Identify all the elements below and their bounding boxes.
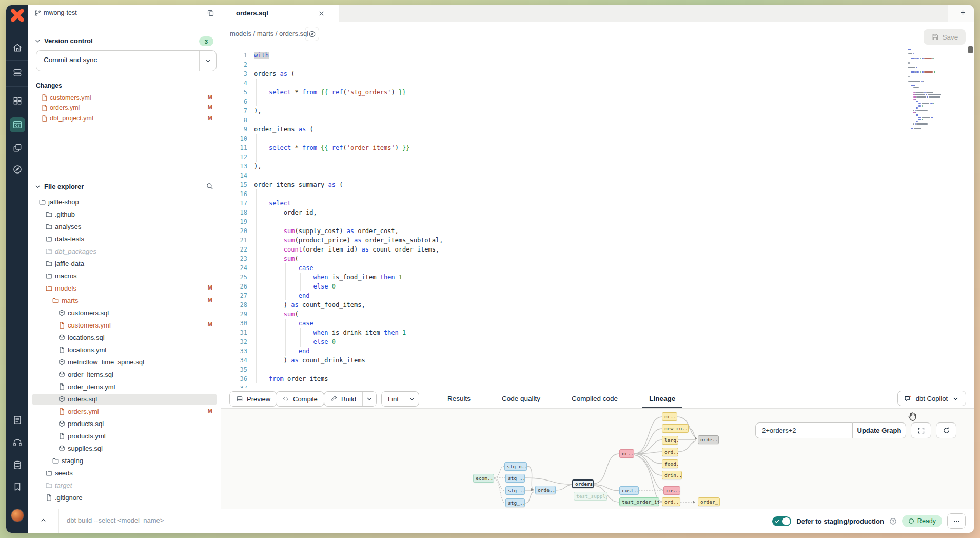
- file-tree-item-jaffle-data[interactable]: jaffle-data: [28, 258, 221, 271]
- code-line-3[interactable]: 3orders as (: [221, 69, 974, 79]
- code-line-2[interactable]: 2: [221, 60, 974, 69]
- file-tree-item--github[interactable]: .github: [28, 209, 221, 221]
- code-line-17[interactable]: 17 select: [221, 199, 974, 208]
- file-tree-item-customers-sql[interactable]: customers.sql: [28, 308, 221, 320]
- database-icon[interactable]: [12, 459, 23, 471]
- build-options-chevron[interactable]: [362, 392, 376, 406]
- changed-file-row[interactable]: customers.ymlM: [28, 93, 221, 103]
- code-line-37[interactable]: 37: [221, 383, 974, 388]
- file-tree-item-marts[interactable]: martsM: [28, 295, 221, 308]
- lineage-node-newcu[interactable]: new_cu...: [662, 424, 689, 433]
- code-line-36[interactable]: 36 from order_items: [221, 374, 974, 383]
- code-line-4[interactable]: 4: [221, 79, 974, 88]
- editor-scrollbar[interactable]: [968, 45, 973, 353]
- defer-toggle[interactable]: [772, 516, 791, 526]
- code-line-10[interactable]: 10: [221, 134, 974, 143]
- commit-options-chevron[interactable]: [199, 51, 216, 71]
- save-button[interactable]: Save: [924, 29, 966, 45]
- code-line-9[interactable]: 9order_items as (: [221, 125, 974, 134]
- file-tree-item-locations-sql[interactable]: locations.sql: [28, 332, 221, 344]
- lineage-node-ord[interactable]: ord...: [662, 448, 678, 456]
- code-line-5[interactable]: 5 select * from {{ ref('stg_orders') }}: [221, 88, 974, 97]
- search-icon[interactable]: [206, 182, 213, 190]
- file-tree-item--gitignore[interactable]: .gitignore: [28, 492, 221, 505]
- lineage-node-ord[interactable]: ord...: [662, 497, 680, 506]
- code-line-15[interactable]: 15order_items_summary as (: [221, 180, 974, 189]
- changed-file-row[interactable]: orders.ymlM: [28, 103, 221, 113]
- close-tab-icon[interactable]: [318, 10, 325, 17]
- lineage-node-order[interactable]: order_....: [698, 497, 720, 506]
- build-button[interactable]: Build: [324, 391, 377, 407]
- code-line-22[interactable]: 22 count(order_item_id) as count_order_i…: [221, 245, 974, 254]
- preview-button[interactable]: Preview: [229, 391, 277, 407]
- file-tree-item-macros[interactable]: macros: [28, 271, 221, 283]
- file-tree-item-seeds[interactable]: seeds: [28, 468, 221, 480]
- lint-button[interactable]: Lint: [381, 391, 419, 407]
- lineage-node-drin[interactable]: drin....: [662, 471, 682, 479]
- changed-file-row[interactable]: dbt_project.ymlM: [28, 113, 221, 124]
- tab-results[interactable]: Results: [440, 388, 478, 409]
- tab-code-quality[interactable]: Code quality: [495, 388, 547, 409]
- lineage-node-testsupply[interactable]: test_supply...: [574, 492, 607, 501]
- tab-orders-sql[interactable]: orders.sql: [221, 5, 339, 22]
- file-tree-item-analyses[interactable]: analyses: [28, 221, 221, 234]
- help-icon[interactable]: [889, 517, 897, 525]
- file-tree-item-products-sql[interactable]: products.sql: [28, 418, 221, 431]
- code-line-7[interactable]: 7),: [221, 106, 974, 116]
- file-tree-item-supplies-sql[interactable]: supplies.sql: [28, 443, 221, 455]
- code-line-31[interactable]: 31 when is_drink_item then 1: [221, 328, 974, 337]
- explore-icon[interactable]: [12, 164, 23, 175]
- file-tree-item-locations-yml[interactable]: locations.yml: [28, 344, 221, 357]
- commit-and-sync-button[interactable]: Commit and sync: [36, 50, 217, 71]
- code-line-25[interactable]: 25 when is_food_item then 1: [221, 273, 974, 282]
- dbt-copilot-button[interactable]: dbt Copilot: [897, 391, 966, 406]
- code-editor[interactable]: 1with23orders as (45 select * from {{ re…: [221, 46, 974, 388]
- code-line-29[interactable]: 29 sum(: [221, 310, 974, 319]
- code-line-13[interactable]: 13),: [221, 162, 974, 171]
- lineage-node-orde[interactable]: orde....: [698, 435, 719, 444]
- avatar[interactable]: [11, 509, 24, 522]
- file-tree-item-orders-sql[interactable]: orders.sql: [28, 394, 221, 406]
- file-tree-item-metricflow-time-spine-sql[interactable]: metricflow_time_spine.sql: [28, 357, 221, 369]
- dbt-logo-icon[interactable]: [10, 8, 25, 23]
- lineage-node-larg[interactable]: larg...: [662, 436, 678, 445]
- file-tree-item-staging[interactable]: staging: [28, 455, 221, 468]
- status-badge[interactable]: Ready: [902, 515, 942, 527]
- code-line-8[interactable]: 8: [221, 116, 974, 125]
- code-line-16[interactable]: 16: [221, 189, 974, 199]
- code-line-34[interactable]: 34 ) as count_drink_items: [221, 356, 974, 365]
- lineage-node-or[interactable]: or...: [619, 449, 634, 458]
- tasks-icon[interactable]: [12, 414, 23, 426]
- file-tree-item-order-items-yml[interactable]: order_items.yml: [28, 381, 221, 394]
- dashboard-icon[interactable]: [12, 95, 23, 106]
- copy-icon[interactable]: [207, 9, 214, 17]
- support-icon[interactable]: [12, 437, 23, 448]
- lineage-node-stg[interactable]: stg_....: [505, 498, 525, 507]
- lineage-node-or[interactable]: or....: [662, 412, 677, 421]
- code-line-19[interactable]: 19: [221, 217, 974, 226]
- bookmark-icon[interactable]: [12, 481, 23, 492]
- lineage-node-cus[interactable]: cus....: [663, 486, 680, 495]
- lineage-node-ecom[interactable]: ecom....: [473, 474, 494, 483]
- code-line-14[interactable]: 14: [221, 171, 974, 180]
- code-line-12[interactable]: 12: [221, 152, 974, 162]
- lineage-selector-input[interactable]: 2+orders+2: [755, 422, 853, 438]
- lint-options-chevron[interactable]: [405, 392, 419, 406]
- code-line-20[interactable]: 20 sum(supply_cost) as order_cost,: [221, 226, 974, 236]
- file-tree-item-target[interactable]: target: [28, 480, 221, 492]
- command-input[interactable]: dbt build --select <model_name>: [67, 516, 164, 524]
- code-line-21[interactable]: 21 sum(product_price) as order_items_sub…: [221, 236, 974, 245]
- lineage-node-food[interactable]: food...: [662, 459, 678, 468]
- file-tree-item-models[interactable]: modelsM: [28, 283, 221, 295]
- tab-lineage[interactable]: Lineage: [642, 388, 682, 409]
- orchestration-icon[interactable]: [12, 142, 23, 153]
- code-line-32[interactable]: 32 else 0: [221, 337, 974, 347]
- file-tree-item-order-items-sql[interactable]: order_items.sql: [28, 369, 221, 381]
- code-line-6[interactable]: 6: [221, 97, 974, 106]
- lineage-panel[interactable]: ecom....stg_o....stg_....stg_....stg_...…: [221, 408, 974, 510]
- version-control-header[interactable]: Version control: [34, 37, 93, 45]
- chevron-up-icon[interactable]: [40, 516, 47, 524]
- lineage-node-stg[interactable]: stg_....: [505, 474, 525, 483]
- code-line-26[interactable]: 26 else 0: [221, 282, 974, 291]
- lineage-node-stg[interactable]: stg_....: [505, 486, 525, 495]
